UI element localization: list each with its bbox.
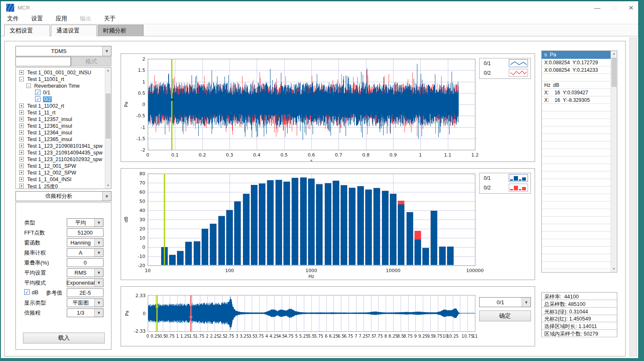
- scroll-down-icon[interactable]: ▼: [611, 266, 617, 272]
- field-input-7[interactable]: 2E-5: [67, 288, 104, 297]
- tab-1[interactable]: 通道设置: [51, 25, 97, 36]
- expand-icon[interactable]: +: [19, 157, 24, 162]
- tree-item-label[interactable]: 0/2: [43, 96, 52, 102]
- tree-item[interactable]: +Test 1_001_001_002_INSU: [16, 69, 105, 76]
- menu-item-0[interactable]: 文件: [1, 14, 25, 24]
- overview-chart-canvas[interactable]: [121, 287, 535, 346]
- field-select-5[interactable]: RMS▼: [67, 268, 104, 277]
- tree-item-label[interactable]: Reverberation Time: [34, 83, 80, 89]
- expand-icon[interactable]: +: [19, 164, 24, 168]
- spectrum-chart-canvas[interactable]: [121, 169, 535, 280]
- tree-item-label[interactable]: Test 1_12_002_SPW: [27, 170, 76, 176]
- confirm-button[interactable]: 确定: [479, 311, 531, 321]
- tree-item-label[interactable]: Test 1_11_rt: [27, 110, 56, 116]
- tree-item-label[interactable]: Test 1_12364_insul: [27, 130, 72, 136]
- tree-item-label[interactable]: Test 1_11001_rt: [27, 76, 64, 82]
- chevron-down-icon[interactable]: ▼: [102, 192, 111, 201]
- menu-item-2[interactable]: 应用: [49, 14, 73, 24]
- tree-item[interactable]: +Test 1_12_001_SPW: [16, 163, 105, 169]
- tree-item[interactable]: ✓0/1: [16, 89, 105, 96]
- minimize-button[interactable]: —: [590, 3, 604, 13]
- chevron-down-icon[interactable]: ▼: [102, 46, 111, 56]
- tree-item[interactable]: +Test 1_12364_insul: [16, 129, 105, 136]
- tree-checkbox[interactable]: ✓: [35, 90, 40, 95]
- collapse-icon[interactable]: -: [19, 77, 24, 81]
- chevron-down-icon[interactable]: ▼: [94, 269, 103, 277]
- field-select-8[interactable]: 平面图▼: [67, 298, 104, 307]
- tree-item[interactable]: +Test 1_123_210908101941_spw: [16, 143, 105, 149]
- legend-entry-0-1[interactable]: 0/1: [480, 173, 530, 183]
- tree-item[interactable]: +Test 1_12357_insul: [16, 116, 105, 123]
- file-tree-scrollbar[interactable]: ▲ ▼: [105, 68, 111, 189]
- tree-item-label[interactable]: Test 1_11002_rt: [27, 103, 64, 109]
- expand-icon[interactable]: +: [19, 130, 24, 135]
- tree-item-label[interactable]: Test 1_123_210914094435_spw: [27, 150, 103, 156]
- menu-item-3[interactable]: 输出: [73, 14, 98, 24]
- expand-icon[interactable]: +: [19, 117, 24, 121]
- tree-item[interactable]: +Test 1_123_210914094435_spw: [16, 149, 105, 156]
- field-input-4[interactable]: 0: [67, 258, 104, 267]
- chevron-down-icon[interactable]: ▼: [94, 219, 103, 227]
- scroll-down-icon[interactable]: ▼: [105, 183, 111, 189]
- field-select-6[interactable]: Exponential▼: [67, 278, 104, 287]
- field-input-1[interactable]: 51200: [67, 228, 104, 237]
- chevron-down-icon[interactable]: ▼: [94, 249, 103, 257]
- readout-scrollbar[interactable]: ▲ ▼: [611, 51, 617, 272]
- expand-icon[interactable]: +: [19, 137, 24, 141]
- legend-entry-0-2[interactable]: 0/2: [480, 68, 530, 78]
- tree-item[interactable]: -Test 1_11001_rt: [16, 76, 105, 83]
- tree-item-label[interactable]: Test 1_25度0: [27, 183, 58, 189]
- chevron-down-icon[interactable]: ▼: [94, 309, 103, 317]
- tree-item-label[interactable]: Test 1_001_001_002_INSU: [27, 70, 91, 76]
- tree-item[interactable]: +Test 1_25度0: [16, 183, 105, 189]
- maximize-button[interactable]: □: [607, 3, 621, 13]
- analysis-type-select[interactable]: 倍频程分析 ▼: [15, 191, 111, 201]
- chevron-down-icon[interactable]: ▼: [94, 299, 103, 307]
- chevron-down-icon[interactable]: ▼: [94, 279, 103, 287]
- tree-item-label[interactable]: Test 1_12_001_SPW: [27, 163, 76, 169]
- scroll-up-icon[interactable]: ▲: [611, 51, 617, 57]
- tree-item-label[interactable]: Test 1_12365_insul: [27, 136, 72, 142]
- tree-item-label[interactable]: Test 1_12357_insul: [27, 116, 72, 122]
- tree-item-label[interactable]: 0/1: [43, 90, 50, 96]
- tree-item[interactable]: +Test 1_12_002_SPW: [16, 169, 105, 176]
- expand-icon[interactable]: +: [19, 150, 24, 155]
- tree-item[interactable]: +Test 1_11002_rt: [16, 103, 105, 109]
- menu-item-1[interactable]: 设置: [25, 14, 49, 24]
- expand-icon[interactable]: +: [19, 110, 24, 115]
- legend-entry-0-2[interactable]: 0/2: [480, 183, 530, 192]
- expand-icon[interactable]: +: [19, 170, 24, 175]
- tree-item[interactable]: +Test 1_12361_insul: [16, 123, 105, 129]
- tree-checkbox[interactable]: ✓: [35, 96, 40, 102]
- expand-icon[interactable]: +: [19, 184, 24, 188]
- expand-icon[interactable]: +: [19, 124, 24, 128]
- tab-2[interactable]: 时频分析: [98, 25, 144, 36]
- db-checkbox[interactable]: ✓: [24, 289, 30, 295]
- expand-icon[interactable]: +: [19, 177, 24, 182]
- collapse-icon[interactable]: -: [26, 83, 31, 88]
- tree-item[interactable]: +Test 1_123_211026102932_spw: [16, 156, 105, 163]
- field-select-3[interactable]: A▼: [67, 248, 104, 257]
- load-button[interactable]: 载入: [23, 333, 105, 343]
- field-select-0[interactable]: 平均▼: [67, 218, 104, 227]
- file-format-select[interactable]: TDMS ▼: [15, 46, 111, 56]
- waveform-chart-canvas[interactable]: [121, 54, 535, 162]
- overview-channel-select[interactable]: 0/1 ▼: [479, 297, 531, 307]
- expand-icon[interactable]: +: [19, 144, 24, 148]
- tree-item-label[interactable]: Test 1_12361_insul: [27, 123, 72, 129]
- chevron-down-icon[interactable]: ▼: [522, 298, 530, 307]
- tree-item-label[interactable]: Test 1_1_004_INSI: [27, 177, 71, 182]
- page-scrollbar[interactable]: [629, 38, 637, 356]
- tree-item[interactable]: +Test 1_1_004_INSI: [16, 176, 105, 183]
- field-select-9[interactable]: 1/3▼: [67, 308, 104, 317]
- tree-item[interactable]: -Reverberation Time: [16, 83, 105, 89]
- tree-item-label[interactable]: Test 1_123_211026102932_spw: [27, 157, 102, 162]
- menu-item-4[interactable]: 关于: [98, 14, 122, 24]
- close-button[interactable]: ✕: [624, 3, 638, 13]
- tree-item[interactable]: +Test 1_12365_insul: [16, 136, 105, 143]
- legend-entry-0-1[interactable]: 0/1: [480, 58, 530, 68]
- expand-icon[interactable]: +: [19, 70, 24, 75]
- search-input[interactable]: [15, 57, 71, 66]
- expand-icon[interactable]: +: [19, 104, 24, 108]
- field-select-2[interactable]: Hanning▼: [67, 238, 104, 247]
